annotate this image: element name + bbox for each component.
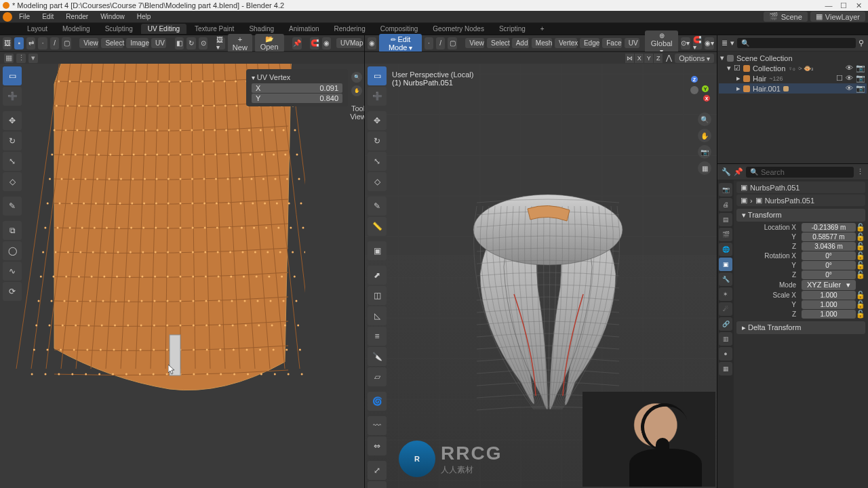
- menu-render[interactable]: Render: [60, 12, 94, 22]
- v3d-tool-shrink[interactable]: ⤢: [368, 461, 387, 480]
- uv-select-edge-icon[interactable]: /: [50, 37, 59, 49]
- outliner-collection[interactable]: ▾☑ Collection ♀₀ ᐧ> 🐵₃ 👁📷: [719, 63, 867, 73]
- view3d-pivot-icon[interactable]: ⊙▾: [681, 37, 690, 49]
- view3d-automerge-icon[interactable]: ⋀: [666, 54, 672, 62]
- v3d-tool-edgeslide[interactable]: ⇔: [368, 436, 387, 455]
- workspace-tab-sculpting[interactable]: Sculpting: [98, 24, 140, 34]
- outliner-render-icon[interactable]: 📷: [856, 64, 865, 73]
- uv-vertex-y-field[interactable]: Y 0.840: [252, 94, 342, 103]
- view3d-view-menu[interactable]: View: [465, 38, 484, 48]
- uv-snap-grid-icon[interactable]: ▦: [4, 54, 14, 63]
- workspace-tab-rendering[interactable]: Rendering: [328, 24, 372, 34]
- uvmap-selector[interactable]: UVMap: [336, 38, 361, 48]
- view3d-mode-selector[interactable]: ✏ Edit Mode ▾: [379, 34, 421, 53]
- props-tab-data[interactable]: ▥: [719, 332, 732, 346]
- gizmo-x-axis[interactable]: X: [703, 95, 710, 102]
- props-breadcrumb-2[interactable]: ▣›▣ NurbsPath.051: [736, 195, 865, 206]
- props-tab-constraints[interactable]: 🔗: [719, 317, 732, 331]
- outliner-hair-parent[interactable]: ▸ Hair ~126 ☐👁📷: [719, 73, 867, 83]
- uv-snap-icon[interactable]: 🧲: [310, 37, 319, 49]
- workspace-tab-uv-editing[interactable]: UV Editing: [141, 24, 186, 34]
- uv-sync-select-icon[interactable]: ⇄: [26, 37, 35, 49]
- uv-viewport[interactable]: ▭ ➕ ✥ ↻ ⤡ ◇ ✎ ⧉ ◯ ∿ ⟳: [0, 64, 364, 488]
- uv-display-dropdown-icon[interactable]: ◧: [175, 37, 184, 49]
- uv-vertex-x-field[interactable]: X 0.091: [252, 83, 342, 93]
- uv-select-menu[interactable]: Select: [101, 38, 123, 48]
- lock-icon[interactable]: 🔓: [856, 270, 865, 279]
- v3d-tool-bevel[interactable]: ◺: [368, 306, 387, 325]
- lock-icon[interactable]: 🔓: [856, 223, 865, 232]
- view3d-viewport[interactable]: ▭ ➕ ✥ ↻ ⤡ ◇ ✎ 📏 ▣ ⬈ ◫ ◺ ≡ 🔪 ▱ 🌀: [365, 64, 717, 488]
- outliner-exclude-icon[interactable]: ☐: [836, 74, 843, 83]
- v3d-tool-addcube[interactable]: ▣: [368, 241, 387, 260]
- props-tab-viewlayer[interactable]: ▤: [719, 213, 732, 226]
- view3d-select-face-icon[interactable]: ▢: [448, 37, 456, 49]
- workspace-tab-shading[interactable]: Shading: [242, 24, 281, 34]
- outliner-visibility-icon[interactable]: 👁: [846, 74, 853, 83]
- outliner-tree[interactable]: ▾ Scene Collection ▾☑ Collection ♀₀ ᐧ> 🐵…: [717, 52, 868, 163]
- uv-rotate-icon[interactable]: ↻: [186, 37, 195, 49]
- props-search-input[interactable]: 🔍 Search: [746, 167, 854, 178]
- workspace-tab-+[interactable]: +: [534, 24, 551, 34]
- scale-z-field[interactable]: Z1.000🔓: [736, 310, 865, 319]
- uv-snap-points-icon[interactable]: ⋮: [16, 54, 26, 63]
- uv-proportional-icon[interactable]: ◉: [322, 37, 331, 49]
- v3d-tool-smooth[interactable]: 〰: [368, 416, 387, 435]
- view3d-camera-icon[interactable]: 📷: [698, 145, 711, 159]
- uv-pin-icon[interactable]: 📌: [292, 37, 301, 49]
- window-minimize-button[interactable]: —: [822, 1, 835, 10]
- v3d-tool-cursor[interactable]: ➕: [368, 87, 387, 106]
- view3d-select-vertex-icon[interactable]: ∙: [425, 37, 433, 49]
- v3d-tool-scale[interactable]: ⤡: [368, 152, 387, 171]
- scale-y-field[interactable]: Y1.000🔓: [736, 300, 865, 309]
- workspace-tab-texture-paint[interactable]: Texture Paint: [188, 24, 241, 34]
- v3d-tool-transform[interactable]: ◇: [368, 172, 387, 191]
- location-x-field[interactable]: Location X-0.21369 m🔓: [736, 223, 865, 232]
- menu-window[interactable]: Window: [95, 12, 130, 22]
- v3d-tool-loopcut[interactable]: ≡: [368, 327, 387, 346]
- uv-image-dropdown-icon[interactable]: 🖼▾: [216, 37, 225, 49]
- props-delta-header[interactable]: ▸ Delta Transform: [736, 321, 865, 334]
- menu-file[interactable]: File: [14, 12, 35, 22]
- view3d-nav-gizmo[interactable]: Z Y X: [679, 75, 710, 106]
- workspace-tab-geometry-nodes[interactable]: Geometry Nodes: [426, 24, 491, 34]
- uv-uv-menu[interactable]: UV: [151, 38, 166, 48]
- props-tab-material[interactable]: ●: [719, 347, 732, 361]
- props-transform-header[interactable]: ▾ Transform: [736, 209, 865, 222]
- v3d-tool-shear[interactable]: ▱: [368, 481, 387, 488]
- props-tab-physics[interactable]: ☄: [719, 302, 732, 316]
- uv-view-menu[interactable]: View: [79, 38, 98, 48]
- props-tab-world[interactable]: 🌐: [719, 243, 732, 256]
- outliner-type-icon[interactable]: ≣: [722, 39, 728, 47]
- props-options-icon[interactable]: ⋮: [856, 167, 864, 176]
- props-pin-icon[interactable]: 📌: [734, 167, 743, 176]
- outliner-filter-icon[interactable]: ⚲: [859, 39, 864, 47]
- props-tab-output[interactable]: 🖨: [719, 198, 732, 211]
- location-y-field[interactable]: Y0.58577 m🔓: [736, 232, 865, 241]
- view3d-mirror-butterfly-icon[interactable]: ⋈: [625, 54, 635, 63]
- uv-image-menu[interactable]: Image: [126, 38, 149, 48]
- view3d-select-menu[interactable]: Select: [487, 38, 509, 48]
- uv-select-vertex-icon[interactable]: ∙: [38, 37, 47, 49]
- lock-icon[interactable]: 🔓: [856, 232, 865, 241]
- view3d-options-button[interactable]: Options ▾: [675, 54, 714, 63]
- rotation-z-field[interactable]: Z0°🔓: [736, 270, 865, 279]
- uv-pivot-icon[interactable]: ⊙: [199, 37, 208, 49]
- lock-icon[interactable]: 🔓: [856, 242, 865, 251]
- props-type-icon[interactable]: 🔧: [722, 167, 731, 176]
- workspace-tab-compositing[interactable]: Compositing: [374, 24, 425, 34]
- rotation-y-field[interactable]: Y0°🔓: [736, 261, 865, 270]
- view3d-mesh-menu[interactable]: Mesh: [532, 38, 552, 48]
- rotation-x-field[interactable]: Rotation X0°🔓: [736, 251, 865, 260]
- uv-mode-vertex-icon[interactable]: ▪: [14, 37, 23, 49]
- v3d-tool-polybuild[interactable]: ▱: [368, 367, 387, 386]
- view3d-pan-icon[interactable]: ✋: [698, 129, 711, 142]
- v3d-tool-select-box[interactable]: ▭: [368, 66, 387, 85]
- props-tab-render[interactable]: 📷: [719, 183, 732, 197]
- props-tab-scene[interactable]: 🎬: [719, 228, 732, 241]
- outliner-search-input[interactable]: 🔍: [737, 38, 856, 48]
- view3d-edge-menu[interactable]: Edge: [580, 38, 599, 48]
- view3d-mirror-y[interactable]: Y: [644, 54, 654, 63]
- scene-selector[interactable]: 🎬Scene: [764, 12, 808, 22]
- props-tab-object[interactable]: ▣: [719, 258, 732, 271]
